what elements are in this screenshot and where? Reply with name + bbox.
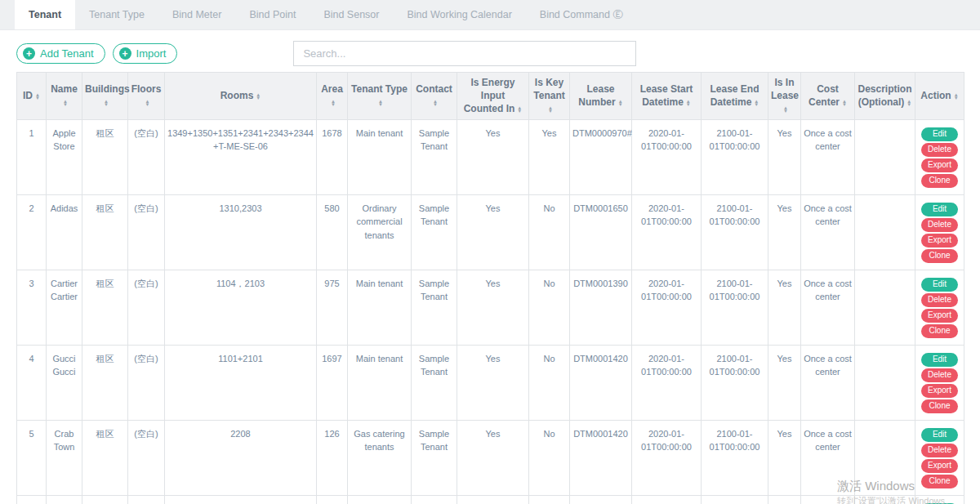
table-row: 6Tesla租区(空白)1206+1208191Other commercial… xyxy=(17,495,964,504)
cell-lease-start: 2020-01-01T00:00:00 xyxy=(632,495,702,504)
column-header-lease-start-datetime[interactable]: Lease Start Datetime▲▼ xyxy=(632,73,702,120)
sort-icon: ▲▼ xyxy=(331,100,336,107)
cell-area: 1697 xyxy=(317,345,348,420)
sort-icon: ▲▼ xyxy=(754,100,759,107)
sort-icon: ▲▼ xyxy=(618,100,623,107)
edit-button[interactable]: Edit xyxy=(921,203,958,216)
edit-button[interactable]: Edit xyxy=(921,353,958,367)
column-label: Area xyxy=(321,83,343,95)
column-header-rooms[interactable]: Rooms▲▼ xyxy=(165,73,317,120)
column-header-name[interactable]: Name▲▼ xyxy=(47,73,82,120)
cell-area: 126 xyxy=(317,420,348,495)
edit-button[interactable]: Edit xyxy=(921,278,958,292)
export-button[interactable]: Export xyxy=(921,158,958,172)
cell-action: EditDeleteExportClone xyxy=(915,345,964,420)
toolbar: + Add Tenant + Import xyxy=(16,41,964,66)
export-button[interactable]: Export xyxy=(921,309,958,323)
export-button[interactable]: Export xyxy=(921,384,958,398)
column-header-tenant-type[interactable]: Tenant Type▲▼ xyxy=(348,73,412,120)
column-label: Action xyxy=(920,90,951,101)
sort-icon: ▲▼ xyxy=(954,93,959,100)
cell-is-in-lease: Yes xyxy=(768,420,801,495)
column-label: Rooms xyxy=(220,90,254,101)
delete-button[interactable]: Delete xyxy=(921,218,958,232)
cell-floors: (空白) xyxy=(128,119,165,194)
clone-button[interactable]: Clone xyxy=(921,249,958,263)
delete-button[interactable]: Delete xyxy=(921,293,958,307)
cell-cost-center: Once a cost center xyxy=(801,270,855,345)
clone-button[interactable]: Clone xyxy=(921,399,958,413)
cell-floors: (空白) xyxy=(128,495,165,504)
cell-name: Crab Town xyxy=(47,420,82,495)
cell-action: EditDeleteExportClone xyxy=(915,270,964,345)
cell-is-in-lease: Yes xyxy=(768,194,801,270)
column-header-is-key-tenant[interactable]: Is Key Tenant▲▼ xyxy=(529,73,570,120)
edit-button[interactable]: Edit xyxy=(921,428,958,442)
column-header-lease-end-datetime[interactable]: Lease End Datetime▲▼ xyxy=(702,73,768,120)
export-button[interactable]: Export xyxy=(921,234,958,248)
column-header-lease-number[interactable]: Lease Number▲▼ xyxy=(570,73,632,120)
cell-lease-number: DTM0001390 xyxy=(570,270,632,345)
cell-id: 5 xyxy=(17,420,47,495)
tab-bind-sensor[interactable]: Bind Sensor xyxy=(310,0,393,29)
edit-button[interactable]: Edit xyxy=(921,127,958,141)
column-header-id[interactable]: ID▲▼ xyxy=(17,73,47,120)
sort-icon: ▲▼ xyxy=(104,100,109,107)
export-button[interactable]: Export xyxy=(921,459,958,473)
cell-cost-center: Once a cost center xyxy=(801,194,855,270)
clone-button[interactable]: Clone xyxy=(921,324,958,338)
cell-is-in-lease: Yes xyxy=(768,270,801,345)
column-header-buildings[interactable]: Buildings▲▼ xyxy=(82,73,128,120)
clone-button[interactable]: Clone xyxy=(921,174,958,188)
cell-action: EditDeleteExportClone xyxy=(915,194,964,270)
cell-id: 1 xyxy=(17,119,47,194)
cell-is-in-lease: Yes xyxy=(768,495,801,504)
cell-is-key: Yes xyxy=(529,119,570,194)
cell-is-energy: Yes xyxy=(457,495,529,504)
tab-bind-command[interactable]: Bind Command Ⓔ xyxy=(526,0,637,29)
tab-bind-meter[interactable]: Bind Meter xyxy=(158,0,235,29)
cell-is-key: No xyxy=(529,194,570,270)
column-header-floors[interactable]: Floors▲▼ xyxy=(128,73,165,120)
search-input[interactable] xyxy=(293,41,636,66)
clone-button[interactable]: Clone xyxy=(921,475,958,488)
column-header-area[interactable]: Area▲▼ xyxy=(317,73,348,120)
cell-description xyxy=(855,345,915,420)
cell-floors: (空白) xyxy=(128,420,165,495)
import-button[interactable]: + Import xyxy=(113,43,178,64)
sort-icon: ▲▼ xyxy=(256,93,261,100)
column-header-description-optional[interactable]: Description (Optional)▲▼ xyxy=(855,73,915,120)
cell-tenant-type: Main tenant xyxy=(348,270,412,345)
delete-button[interactable]: Delete xyxy=(921,143,958,157)
sort-icon: ▲▼ xyxy=(548,106,553,114)
column-label: Lease Start Datetime xyxy=(640,83,693,108)
column-label: Cost Center xyxy=(808,83,840,108)
cell-description xyxy=(855,194,915,270)
tab-tenant[interactable]: Tenant xyxy=(15,0,75,29)
cell-id: 3 xyxy=(17,270,47,345)
cell-rooms: 1104，2103 xyxy=(165,270,317,345)
column-header-cost-center[interactable]: Cost Center▲▼ xyxy=(801,73,855,120)
cell-is-energy: Yes xyxy=(457,119,529,194)
cell-name: Adidas xyxy=(47,194,82,270)
column-header-contact[interactable]: Contact▲▼ xyxy=(412,73,457,120)
column-label: Description (Optional) xyxy=(858,83,911,108)
cell-lease-end: 2100-01-01T00:00:00 xyxy=(702,119,768,194)
cell-tenant-type: Ordinary commercial tenants xyxy=(348,194,412,270)
column-header-is-in-lease[interactable]: Is In Lease▲▼ xyxy=(768,73,801,120)
column-label: Lease Number xyxy=(578,83,615,108)
tab-bind-working-calendar[interactable]: Bind Working Calendar xyxy=(393,0,525,29)
sort-icon: ▲▼ xyxy=(842,100,847,107)
tenant-table: ID▲▼Name▲▼Buildings▲▼Floors▲▼Rooms▲▼Area… xyxy=(16,72,964,504)
delete-button[interactable]: Delete xyxy=(921,368,958,382)
cell-contact: Sample Tenant xyxy=(412,495,457,504)
delete-button[interactable]: Delete xyxy=(921,444,958,457)
cell-action: EditDeleteExportClone xyxy=(915,119,964,194)
tab-bind-point[interactable]: Bind Point xyxy=(235,0,310,29)
add-tenant-button[interactable]: + Add Tenant xyxy=(16,43,105,64)
cell-is-energy: Yes xyxy=(457,420,529,495)
column-header-is-energy-input-counted-in[interactable]: Is Energy Input Counted In▲▼ xyxy=(457,73,529,120)
tab-tenant-type[interactable]: Tenant Type xyxy=(75,0,158,29)
column-header-action[interactable]: Action▲▼ xyxy=(915,73,964,120)
cell-buildings: 租区 xyxy=(82,420,128,495)
